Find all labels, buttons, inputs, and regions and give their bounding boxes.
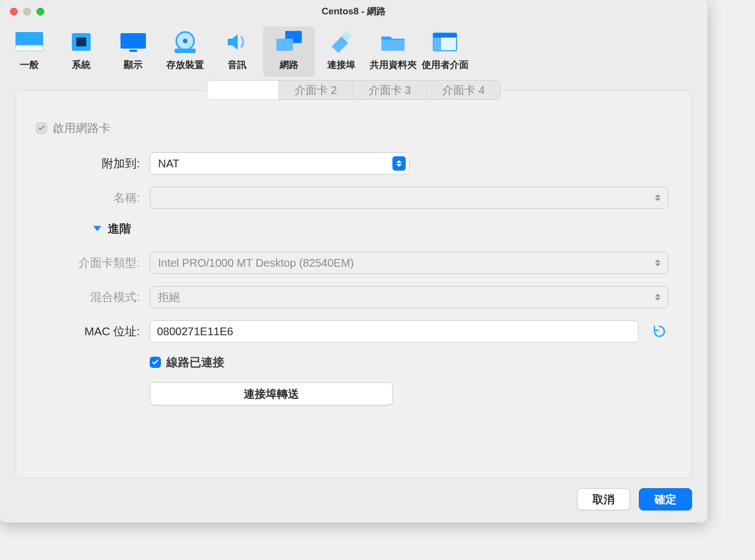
svg-rect-14 <box>433 33 457 38</box>
content-area: 介面卡 2 介面卡 3 介面卡 4 啟用網路卡 附加到: NAT <box>0 77 707 488</box>
promiscuous-mode-select: 拒絕 <box>150 286 668 308</box>
svg-rect-15 <box>433 38 441 51</box>
select-arrows-icon <box>392 156 406 171</box>
toolbar-label: 音訊 <box>228 59 247 71</box>
ok-button[interactable]: 確定 <box>639 488 692 510</box>
svg-rect-4 <box>120 33 146 49</box>
attached-to-label: 附加到: <box>39 156 150 171</box>
tab-adapter-4[interactable]: 介面卡 4 <box>427 81 500 99</box>
toolbar-label: 顯示 <box>124 59 143 71</box>
svg-rect-10 <box>276 39 293 51</box>
toolbar-label: 共用資料夾 <box>370 59 417 71</box>
tab-label: 介面卡 4 <box>442 83 485 98</box>
window-title: Centos8 - 網路 <box>0 5 707 18</box>
enable-adapter-checkbox[interactable] <box>36 123 47 134</box>
cancel-button[interactable]: 取消 <box>577 488 630 510</box>
promiscuous-mode-value: 拒絕 <box>158 290 180 305</box>
port-forwarding-label: 連接埠轉送 <box>244 387 299 401</box>
svg-rect-3 <box>76 38 86 46</box>
toolbar-item-shared-folders[interactable]: 共用資料夾 <box>367 27 419 77</box>
close-window-button[interactable] <box>10 8 18 15</box>
advanced-disclosure[interactable]: 進階 <box>93 221 668 236</box>
adapter-panel: 啟用網路卡 附加到: NAT 名稱: <box>15 90 692 478</box>
window-controls <box>10 8 44 15</box>
adapter-type-value: Intel PRO/1000 MT Desktop (82540EM) <box>158 257 354 270</box>
select-arrows-icon <box>651 256 664 270</box>
disclosure-triangle-icon <box>93 226 101 231</box>
toolbar-label: 連接埠 <box>327 59 355 71</box>
monitor-icon <box>14 30 44 54</box>
toolbar-label: 系統 <box>72 59 91 71</box>
svg-rect-5 <box>129 50 137 52</box>
tab-adapter-2[interactable]: 介面卡 2 <box>279 81 353 99</box>
cable-connected-checkbox[interactable] <box>150 357 161 368</box>
category-toolbar: 一般 系統 顯示 存放裝置 音訊 <box>0 22 707 77</box>
cancel-label: 取消 <box>593 492 615 507</box>
toolbar-label: 使用者介面 <box>422 59 469 71</box>
attached-to-value: NAT <box>158 157 180 170</box>
toolbar-item-user-interface[interactable]: 使用者介面 <box>419 27 471 77</box>
toolbar-item-system[interactable]: 系統 <box>55 27 107 77</box>
refresh-icon <box>652 324 667 339</box>
toolbar-label: 存放裝置 <box>166 59 204 71</box>
toolbar-label: 一般 <box>20 59 39 71</box>
toolbar-label: 網路 <box>280 59 298 71</box>
mac-address-value: 0800271E11E6 <box>157 325 233 338</box>
toolbar-item-storage[interactable]: 存放裝置 <box>159 27 211 77</box>
adapter-tabs: 介面卡 2 介面卡 3 介面卡 4 <box>207 80 501 100</box>
dialog-footer: 取消 確定 <box>0 488 707 522</box>
toolbar-item-general[interactable]: 一般 <box>3 27 55 77</box>
adapter-type-select: Intel PRO/1000 MT Desktop (82540EM) <box>150 252 668 274</box>
network-icon <box>274 30 304 54</box>
toolbar-item-network[interactable]: 網路 <box>263 27 315 77</box>
titlebar: Centos8 - 網路 <box>0 0 707 22</box>
speaker-icon <box>222 30 252 54</box>
plug-icon <box>326 30 356 54</box>
mac-address-input[interactable]: 0800271E11E6 <box>150 320 638 342</box>
zoom-window-button[interactable] <box>36 8 44 15</box>
display-icon <box>118 30 148 54</box>
check-icon <box>151 358 159 366</box>
tab-adapter-1[interactable] <box>207 81 279 99</box>
regenerate-mac-button[interactable] <box>651 323 668 340</box>
toolbar-item-audio[interactable]: 音訊 <box>211 27 263 77</box>
cable-connected-label: 線路已連接 <box>166 355 224 370</box>
svg-point-7 <box>183 39 187 43</box>
settings-window: Centos8 - 網路 一般 系統 顯示 存放裝置 <box>0 0 707 522</box>
tab-adapter-3[interactable]: 介面卡 3 <box>353 81 427 99</box>
advanced-label: 進階 <box>108 221 131 236</box>
attached-to-select[interactable]: NAT <box>150 152 410 175</box>
port-forwarding-button[interactable]: 連接埠轉送 <box>150 382 393 405</box>
chip-icon <box>66 30 96 54</box>
tab-label: 介面卡 3 <box>369 83 411 98</box>
select-arrows-icon <box>651 191 664 205</box>
toolbar-item-ports[interactable]: 連接埠 <box>315 27 367 77</box>
mac-address-label: MAC 位址: <box>39 324 150 339</box>
layout-icon <box>430 30 460 54</box>
name-select <box>150 187 668 209</box>
promiscuous-mode-label: 混合模式: <box>39 289 150 305</box>
ok-label: 確定 <box>654 492 677 507</box>
adapter-type-label: 介面卡類型: <box>39 255 150 271</box>
svg-rect-8 <box>175 49 196 53</box>
minimize-window-button[interactable] <box>23 8 31 15</box>
name-label: 名稱: <box>39 190 150 205</box>
svg-rect-12 <box>381 40 405 51</box>
disk-icon <box>170 30 200 54</box>
check-icon <box>38 124 45 132</box>
svg-rect-1 <box>15 45 43 51</box>
tab-label: 介面卡 2 <box>295 83 337 98</box>
enable-adapter-label: 啟用網路卡 <box>53 120 111 136</box>
folder-icon <box>378 30 408 54</box>
select-arrows-icon <box>651 290 664 304</box>
toolbar-item-display[interactable]: 顯示 <box>107 27 159 77</box>
